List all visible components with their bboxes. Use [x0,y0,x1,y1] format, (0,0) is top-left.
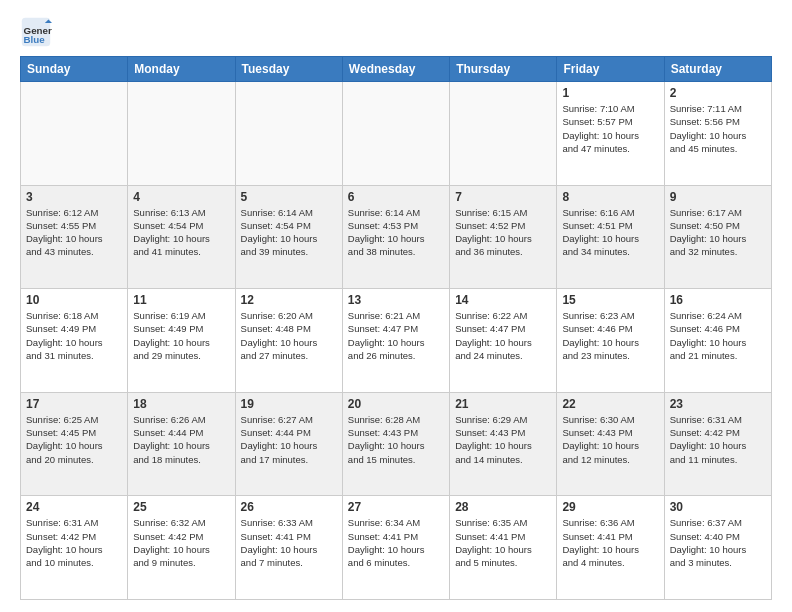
calendar-cell: 26Sunrise: 6:33 AM Sunset: 4:41 PM Dayli… [235,496,342,600]
day-number: 11 [133,293,229,307]
calendar-week: 10Sunrise: 6:18 AM Sunset: 4:49 PM Dayli… [21,289,772,393]
calendar-cell: 25Sunrise: 6:32 AM Sunset: 4:42 PM Dayli… [128,496,235,600]
calendar-cell: 19Sunrise: 6:27 AM Sunset: 4:44 PM Dayli… [235,392,342,496]
day-number: 9 [670,190,766,204]
page: General Blue SundayMondayTuesdayWednesda… [0,0,792,612]
calendar-cell: 22Sunrise: 6:30 AM Sunset: 4:43 PM Dayli… [557,392,664,496]
calendar-cell: 28Sunrise: 6:35 AM Sunset: 4:41 PM Dayli… [450,496,557,600]
calendar-cell: 9Sunrise: 6:17 AM Sunset: 4:50 PM Daylig… [664,185,771,289]
day-info: Sunrise: 6:34 AM Sunset: 4:41 PM Dayligh… [348,516,444,569]
calendar-cell: 7Sunrise: 6:15 AM Sunset: 4:52 PM Daylig… [450,185,557,289]
calendar-cell: 1Sunrise: 7:10 AM Sunset: 5:57 PM Daylig… [557,82,664,186]
day-info: Sunrise: 6:26 AM Sunset: 4:44 PM Dayligh… [133,413,229,466]
calendar-cell [235,82,342,186]
day-info: Sunrise: 6:31 AM Sunset: 4:42 PM Dayligh… [670,413,766,466]
day-number: 5 [241,190,337,204]
logo: General Blue [20,16,56,48]
day-number: 26 [241,500,337,514]
day-info: Sunrise: 7:11 AM Sunset: 5:56 PM Dayligh… [670,102,766,155]
day-number: 13 [348,293,444,307]
calendar-cell: 2Sunrise: 7:11 AM Sunset: 5:56 PM Daylig… [664,82,771,186]
calendar-cell: 3Sunrise: 6:12 AM Sunset: 4:55 PM Daylig… [21,185,128,289]
day-number: 14 [455,293,551,307]
day-info: Sunrise: 6:12 AM Sunset: 4:55 PM Dayligh… [26,206,122,259]
weekday-header: Sunday [21,57,128,82]
day-info: Sunrise: 6:14 AM Sunset: 4:53 PM Dayligh… [348,206,444,259]
day-info: Sunrise: 6:29 AM Sunset: 4:43 PM Dayligh… [455,413,551,466]
calendar-cell: 18Sunrise: 6:26 AM Sunset: 4:44 PM Dayli… [128,392,235,496]
day-number: 8 [562,190,658,204]
calendar-cell: 29Sunrise: 6:36 AM Sunset: 4:41 PM Dayli… [557,496,664,600]
calendar-cell: 20Sunrise: 6:28 AM Sunset: 4:43 PM Dayli… [342,392,449,496]
calendar-cell: 27Sunrise: 6:34 AM Sunset: 4:41 PM Dayli… [342,496,449,600]
day-info: Sunrise: 6:36 AM Sunset: 4:41 PM Dayligh… [562,516,658,569]
day-number: 19 [241,397,337,411]
logo-icon: General Blue [20,16,52,48]
day-number: 12 [241,293,337,307]
calendar-cell: 24Sunrise: 6:31 AM Sunset: 4:42 PM Dayli… [21,496,128,600]
day-info: Sunrise: 6:27 AM Sunset: 4:44 PM Dayligh… [241,413,337,466]
calendar-week: 1Sunrise: 7:10 AM Sunset: 5:57 PM Daylig… [21,82,772,186]
day-number: 1 [562,86,658,100]
day-number: 20 [348,397,444,411]
calendar-week: 3Sunrise: 6:12 AM Sunset: 4:55 PM Daylig… [21,185,772,289]
calendar-cell: 15Sunrise: 6:23 AM Sunset: 4:46 PM Dayli… [557,289,664,393]
day-info: Sunrise: 6:32 AM Sunset: 4:42 PM Dayligh… [133,516,229,569]
day-info: Sunrise: 6:23 AM Sunset: 4:46 PM Dayligh… [562,309,658,362]
calendar-body: 1Sunrise: 7:10 AM Sunset: 5:57 PM Daylig… [21,82,772,600]
calendar-cell [450,82,557,186]
day-number: 23 [670,397,766,411]
weekday-header: Tuesday [235,57,342,82]
day-number: 21 [455,397,551,411]
day-info: Sunrise: 6:16 AM Sunset: 4:51 PM Dayligh… [562,206,658,259]
calendar-cell: 10Sunrise: 6:18 AM Sunset: 4:49 PM Dayli… [21,289,128,393]
day-info: Sunrise: 6:33 AM Sunset: 4:41 PM Dayligh… [241,516,337,569]
weekday-header: Saturday [664,57,771,82]
day-number: 22 [562,397,658,411]
day-info: Sunrise: 6:19 AM Sunset: 4:49 PM Dayligh… [133,309,229,362]
weekday-row: SundayMondayTuesdayWednesdayThursdayFrid… [21,57,772,82]
calendar-cell [21,82,128,186]
day-number: 28 [455,500,551,514]
day-info: Sunrise: 6:30 AM Sunset: 4:43 PM Dayligh… [562,413,658,466]
day-number: 10 [26,293,122,307]
calendar-cell: 8Sunrise: 6:16 AM Sunset: 4:51 PM Daylig… [557,185,664,289]
calendar-cell: 4Sunrise: 6:13 AM Sunset: 4:54 PM Daylig… [128,185,235,289]
calendar-cell: 5Sunrise: 6:14 AM Sunset: 4:54 PM Daylig… [235,185,342,289]
calendar-week: 17Sunrise: 6:25 AM Sunset: 4:45 PM Dayli… [21,392,772,496]
calendar-cell: 12Sunrise: 6:20 AM Sunset: 4:48 PM Dayli… [235,289,342,393]
day-number: 24 [26,500,122,514]
day-info: Sunrise: 6:20 AM Sunset: 4:48 PM Dayligh… [241,309,337,362]
day-info: Sunrise: 6:22 AM Sunset: 4:47 PM Dayligh… [455,309,551,362]
day-info: Sunrise: 7:10 AM Sunset: 5:57 PM Dayligh… [562,102,658,155]
day-info: Sunrise: 6:18 AM Sunset: 4:49 PM Dayligh… [26,309,122,362]
day-info: Sunrise: 6:37 AM Sunset: 4:40 PM Dayligh… [670,516,766,569]
calendar-week: 24Sunrise: 6:31 AM Sunset: 4:42 PM Dayli… [21,496,772,600]
day-number: 29 [562,500,658,514]
day-number: 7 [455,190,551,204]
day-number: 15 [562,293,658,307]
calendar-header: SundayMondayTuesdayWednesdayThursdayFrid… [21,57,772,82]
day-info: Sunrise: 6:17 AM Sunset: 4:50 PM Dayligh… [670,206,766,259]
day-info: Sunrise: 6:14 AM Sunset: 4:54 PM Dayligh… [241,206,337,259]
day-info: Sunrise: 6:28 AM Sunset: 4:43 PM Dayligh… [348,413,444,466]
day-number: 3 [26,190,122,204]
day-number: 30 [670,500,766,514]
day-number: 17 [26,397,122,411]
day-info: Sunrise: 6:21 AM Sunset: 4:47 PM Dayligh… [348,309,444,362]
calendar-cell: 6Sunrise: 6:14 AM Sunset: 4:53 PM Daylig… [342,185,449,289]
calendar-cell: 13Sunrise: 6:21 AM Sunset: 4:47 PM Dayli… [342,289,449,393]
calendar-cell: 11Sunrise: 6:19 AM Sunset: 4:49 PM Dayli… [128,289,235,393]
calendar-cell [342,82,449,186]
weekday-header: Thursday [450,57,557,82]
weekday-header: Monday [128,57,235,82]
day-info: Sunrise: 6:15 AM Sunset: 4:52 PM Dayligh… [455,206,551,259]
day-info: Sunrise: 6:24 AM Sunset: 4:46 PM Dayligh… [670,309,766,362]
day-number: 27 [348,500,444,514]
calendar-cell: 30Sunrise: 6:37 AM Sunset: 4:40 PM Dayli… [664,496,771,600]
weekday-header: Wednesday [342,57,449,82]
day-number: 6 [348,190,444,204]
calendar-cell: 23Sunrise: 6:31 AM Sunset: 4:42 PM Dayli… [664,392,771,496]
header: General Blue [20,16,772,48]
day-number: 4 [133,190,229,204]
